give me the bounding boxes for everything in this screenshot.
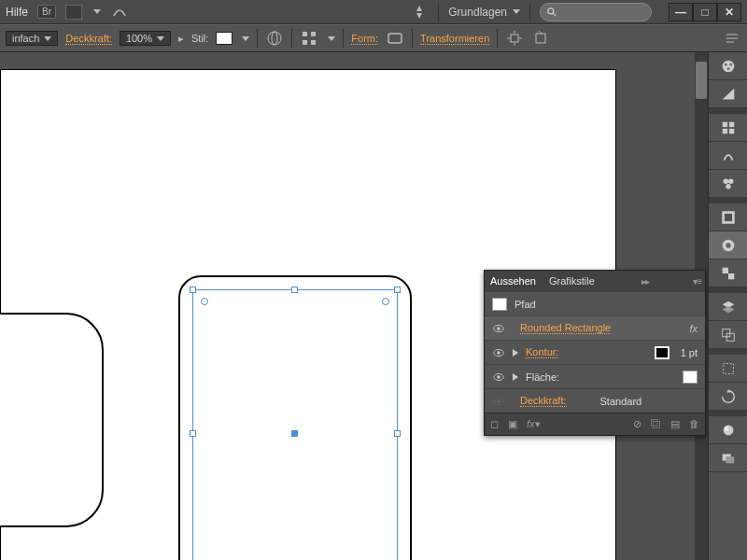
svg-point-53 bbox=[725, 426, 728, 430]
maximize-button[interactable]: □ bbox=[693, 3, 717, 21]
add-effect-icon[interactable]: fx▾ bbox=[527, 418, 541, 430]
svg-point-5 bbox=[272, 32, 277, 45]
appearance-row-opacity[interactable]: Deckkraft: Standard bbox=[485, 388, 705, 413]
stroke-swatch[interactable] bbox=[655, 346, 669, 359]
options-bar: infach Deckkraft: 100% ▸ Stil: Form: Tra… bbox=[0, 24, 747, 52]
resize-handle-ne[interactable] bbox=[394, 287, 401, 293]
scrollbar-thumb[interactable] bbox=[696, 62, 707, 99]
corner-radius-nw[interactable] bbox=[201, 298, 208, 305]
appearance-panel: Aussehen Grafikstile ▸▸ ▾≡ Pfad Rounded … bbox=[484, 270, 706, 436]
dock-transform-icon[interactable] bbox=[709, 383, 747, 411]
brush-style-field[interactable]: infach bbox=[6, 31, 58, 46]
opacity-label[interactable]: Deckkraft: bbox=[520, 395, 567, 407]
options-overflow-icon[interactable] bbox=[723, 30, 741, 47]
resize-handle-nw[interactable] bbox=[190, 287, 196, 293]
tab-appearance[interactable]: Aussehen bbox=[488, 273, 538, 288]
globe-icon[interactable] bbox=[265, 30, 284, 47]
new-icon[interactable]: ▤ bbox=[670, 418, 680, 430]
fill-swatch[interactable] bbox=[683, 371, 698, 384]
panel-menu-icon[interactable]: ▾≡ bbox=[693, 276, 701, 287]
search-input[interactable] bbox=[540, 3, 652, 21]
align-grid-icon[interactable] bbox=[300, 30, 318, 47]
visibility-icon[interactable] bbox=[492, 346, 505, 359]
svg-rect-37 bbox=[728, 128, 733, 133]
svg-rect-45 bbox=[728, 273, 734, 279]
svg-point-30 bbox=[724, 63, 726, 65]
opacity-label[interactable]: Deckkraft: bbox=[65, 33, 112, 45]
dock-transparency-icon[interactable] bbox=[709, 259, 747, 287]
isolate2-icon[interactable] bbox=[531, 30, 550, 47]
fx-badge[interactable]: fx bbox=[689, 323, 698, 334]
panel-tabs: Aussehen Grafikstile ▸▸ ▾≡ bbox=[485, 271, 705, 291]
dock-color-icon[interactable] bbox=[709, 52, 747, 80]
shape-rect-icon[interactable] bbox=[386, 30, 404, 47]
expand-triangle-icon[interactable] bbox=[513, 349, 518, 357]
resize-handle-e[interactable] bbox=[394, 430, 401, 437]
dock-graphic-styles-icon[interactable] bbox=[709, 444, 747, 472]
svg-rect-7 bbox=[311, 32, 316, 36]
clear-icon[interactable]: ⊘ bbox=[633, 418, 641, 430]
dock-stroke-icon[interactable] bbox=[709, 203, 747, 231]
dock-appearance-icon[interactable] bbox=[709, 416, 747, 444]
new-fill-icon[interactable]: ◻ bbox=[490, 418, 499, 430]
dock-gradient-icon[interactable] bbox=[709, 231, 747, 259]
workspace-switcher[interactable]: Grundlagen bbox=[448, 6, 520, 19]
dock-brushes-icon[interactable] bbox=[709, 142, 747, 170]
style-label: Stil: bbox=[191, 33, 208, 44]
appearance-row-fill[interactable]: Fläche: bbox=[485, 364, 705, 388]
dock-swatches-icon[interactable] bbox=[709, 114, 747, 142]
visibility-icon-dim[interactable] bbox=[492, 395, 505, 408]
dock-layers-icon[interactable] bbox=[709, 293, 747, 321]
duplicate-icon[interactable]: ⿻ bbox=[651, 418, 661, 430]
object-thumb bbox=[492, 298, 507, 311]
svg-marker-0 bbox=[416, 6, 422, 11]
svg-rect-35 bbox=[728, 121, 733, 126]
arrange-documents-icon[interactable] bbox=[65, 5, 82, 20]
new-stroke-icon[interactable]: ▣ bbox=[508, 418, 517, 430]
center-point[interactable] bbox=[291, 430, 298, 437]
appearance-row-effect[interactable]: Rounded Rectangle fx bbox=[485, 315, 705, 340]
svg-point-52 bbox=[723, 425, 733, 435]
panel-collapse-icon[interactable]: ▸▸ bbox=[641, 276, 649, 287]
transform-label[interactable]: Transformieren bbox=[420, 33, 489, 45]
rounded-rect-shape[interactable] bbox=[0, 313, 104, 527]
visibility-icon[interactable] bbox=[492, 322, 505, 335]
dock-artboards-icon[interactable] bbox=[709, 355, 747, 383]
minimize-button[interactable]: — bbox=[669, 3, 693, 21]
appearance-row-stroke[interactable]: Kontur: 1 pt bbox=[485, 340, 705, 364]
bridge-badge[interactable]: Br bbox=[37, 5, 56, 19]
style-swatch[interactable] bbox=[216, 32, 233, 45]
delete-icon[interactable]: 🗑 bbox=[689, 418, 699, 430]
stroke-label[interactable]: Kontur: bbox=[526, 346, 558, 358]
gpu-icon[interactable] bbox=[110, 4, 129, 21]
svg-rect-41 bbox=[723, 212, 733, 222]
dock-color-guide-icon[interactable] bbox=[709, 80, 747, 108]
opacity-field[interactable]: 100% bbox=[120, 31, 171, 46]
corner-radius-ne[interactable] bbox=[382, 298, 389, 305]
visibility-icon[interactable] bbox=[492, 371, 505, 384]
dock-symbols-icon[interactable] bbox=[709, 170, 747, 198]
right-dock bbox=[708, 52, 747, 560]
svg-rect-50 bbox=[723, 363, 733, 373]
svg-marker-47 bbox=[722, 306, 734, 313]
isolate-icon[interactable] bbox=[505, 30, 524, 47]
expand-triangle-icon[interactable] bbox=[513, 373, 518, 381]
close-button[interactable]: ✕ bbox=[717, 3, 741, 21]
shape-label[interactable]: Form: bbox=[351, 33, 378, 45]
svg-point-29 bbox=[722, 60, 734, 72]
tab-graphic-styles[interactable]: Grafikstile bbox=[547, 273, 597, 288]
svg-marker-33 bbox=[722, 88, 734, 99]
resize-handle-n[interactable] bbox=[291, 287, 298, 293]
selection-bounding-box[interactable] bbox=[192, 289, 398, 560]
svg-point-38 bbox=[723, 178, 727, 183]
effect-link[interactable]: Rounded Rectangle bbox=[520, 322, 611, 334]
dock-pathfinder-icon[interactable] bbox=[709, 321, 747, 349]
resize-handle-w[interactable] bbox=[190, 430, 196, 437]
sync-icon[interactable] bbox=[410, 4, 429, 21]
appearance-row-path[interactable]: Pfad bbox=[485, 291, 705, 315]
opacity-value: Standard bbox=[600, 396, 642, 407]
svg-line-3 bbox=[553, 13, 556, 16]
stroke-value[interactable]: 1 pt bbox=[681, 347, 698, 358]
svg-point-4 bbox=[268, 32, 281, 45]
menu-help[interactable]: Hilfe bbox=[6, 6, 28, 19]
